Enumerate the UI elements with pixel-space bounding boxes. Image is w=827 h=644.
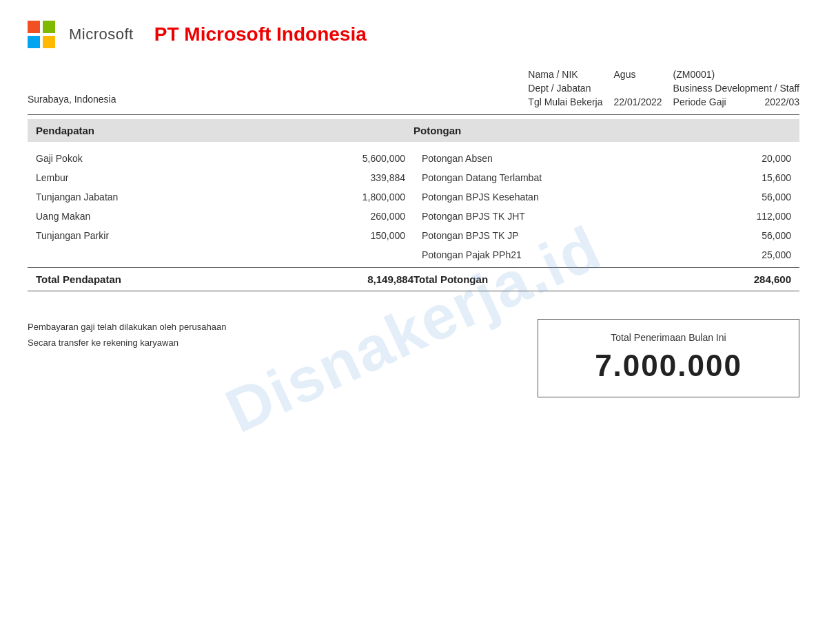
row-uang-makan: Uang Makan 260,000 bbox=[36, 207, 405, 226]
employee-info-table: Nama / NIK Agus (ZM0001) Dept / Jabatan … bbox=[528, 69, 799, 107]
row-potongan-absen: Potongan Absen 20,000 bbox=[422, 149, 791, 168]
address: Surabaya, Indonesia bbox=[28, 94, 116, 107]
total-section: Total Pendapatan 8,149,884 Total Potonga… bbox=[28, 267, 799, 291]
total-potongan-label: Total Potongan bbox=[414, 273, 488, 285]
logo-red bbox=[28, 21, 40, 33]
logo-green bbox=[43, 21, 55, 33]
total-potongan-row: Total Potongan 284,600 bbox=[414, 273, 791, 285]
header-divider bbox=[28, 114, 799, 115]
payment-note-line2: Secara transfer ke rekening karyawan bbox=[28, 335, 226, 351]
row-tunjangan-jabatan: Tunjangan Jabatan 1,800,000 bbox=[36, 187, 405, 207]
value-periode: 2022/03 bbox=[751, 96, 799, 107]
value-tgl: 22/01/2022 bbox=[614, 96, 662, 107]
section-headers: Pendapatan Potongan bbox=[28, 119, 799, 142]
row-potongan-terlambat: Potongan Datang Terlambat 15,600 bbox=[422, 168, 791, 187]
payment-note-line1: Pembayaran gaji telah dilakukan oleh per… bbox=[28, 319, 226, 335]
logo-yellow bbox=[43, 36, 55, 48]
logo-blue bbox=[28, 36, 40, 48]
label-dept: Dept / Jabatan bbox=[528, 83, 602, 94]
total-receipt-label: Total Penerimaan Bulan Ini bbox=[555, 332, 782, 343]
value-nama: Agus bbox=[614, 69, 662, 80]
row-gaji-pokok: Gaji Pokok 5,600,000 bbox=[36, 149, 405, 168]
total-potongan-value: 284,600 bbox=[729, 273, 791, 285]
bottom-section: Pembayaran gaji telah dilakukan oleh per… bbox=[28, 319, 799, 397]
payment-note: Pembayaran gaji telah dilakukan oleh per… bbox=[28, 319, 226, 351]
company-title: PT Microsoft Indonesia bbox=[154, 23, 367, 45]
total-receipt-box: Total Penerimaan Bulan Ini 7.000.000 bbox=[538, 319, 799, 397]
potongan-header: Potongan bbox=[414, 125, 791, 136]
total-pendapatan-value: 8,149,884 bbox=[351, 273, 414, 285]
row-potongan-bpjs-jp: Potongan BPJS TK JP 56,000 bbox=[422, 226, 791, 245]
value-dept: Business Development / Staff bbox=[673, 83, 799, 94]
row-potongan-bpjs-kes: Potongan BPJS Kesehatan 56,000 bbox=[422, 187, 791, 207]
label-tgl: Tgl Mulai Bekerja bbox=[528, 96, 602, 107]
pendapatan-column: Gaji Pokok 5,600,000 Lembur 339,884 Tunj… bbox=[28, 149, 414, 264]
header: Microsoft PT Microsoft Indonesia bbox=[28, 21, 799, 48]
info-section: Surabaya, Indonesia Nama / NIK Agus (ZM0… bbox=[28, 69, 799, 107]
total-pendapatan-row: Total Pendapatan 8,149,884 bbox=[36, 273, 414, 285]
data-section: Gaji Pokok 5,600,000 Lembur 339,884 Tunj… bbox=[28, 149, 799, 264]
row-lembur: Lembur 339,884 bbox=[36, 168, 405, 187]
value-nik: (ZM0001) bbox=[673, 69, 740, 80]
label-nama: Nama / NIK bbox=[528, 69, 602, 80]
label-periode: Periode Gaji bbox=[673, 96, 740, 107]
brand-name: Microsoft bbox=[69, 25, 134, 43]
microsoft-logo bbox=[28, 21, 55, 48]
row-potongan-pajak: Potongan Pajak PPh21 25,000 bbox=[422, 245, 791, 264]
potongan-column: Potongan Absen 20,000 Potongan Datang Te… bbox=[414, 149, 799, 264]
row-tunjangan-parkir: Tunjangan Parkir 150,000 bbox=[36, 226, 405, 245]
row-potongan-bpjs-jht: Potongan BPJS TK JHT 112,000 bbox=[422, 207, 791, 226]
total-receipt-value: 7.000.000 bbox=[555, 349, 782, 383]
total-pendapatan-label: Total Pendapatan bbox=[36, 273, 121, 285]
pendapatan-header: Pendapatan bbox=[36, 125, 414, 136]
